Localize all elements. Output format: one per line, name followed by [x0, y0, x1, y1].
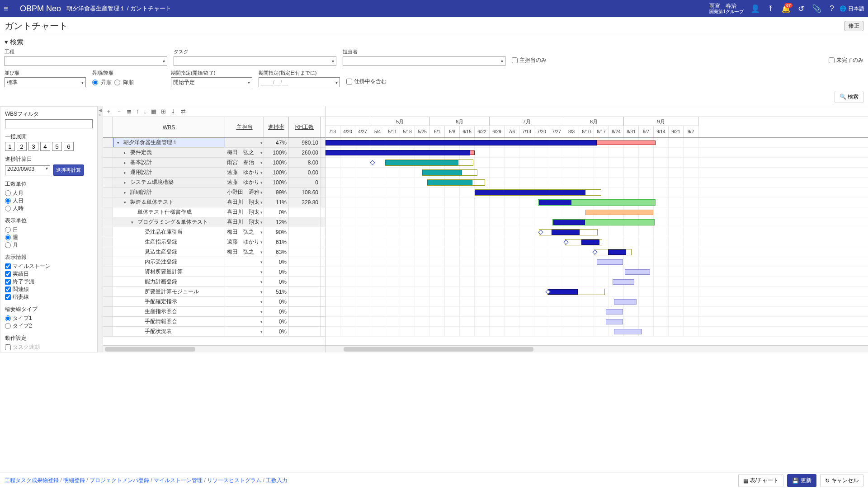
gantt-bar[interactable] — [539, 200, 571, 205]
gantt-bar[interactable] — [326, 140, 597, 145]
info-chk-1[interactable] — [5, 271, 11, 277]
table-row[interactable]: 所要量計算モジュール▾51% — [103, 287, 325, 297]
expand-level-5[interactable]: 5 — [52, 142, 62, 151]
gantt-bar[interactable] — [581, 239, 599, 245]
timeline-row[interactable] — [326, 257, 868, 267]
wbs-cell[interactable]: ▾プログラミング＆単体テスト — [113, 217, 225, 227]
wbs-cell[interactable]: ▸要件定義 — [113, 148, 225, 157]
table-row[interactable]: 内示受注登録▾0% — [103, 257, 325, 267]
add-row-icon[interactable]: ＋ — [106, 108, 112, 116]
dispunit-opt-2[interactable] — [5, 242, 11, 248]
search-button[interactable]: 🔍 検索 — [835, 91, 863, 103]
gantt-bar[interactable] — [608, 249, 626, 255]
table-row[interactable]: ▸詳細設計小野田 通雅▾99%108.60 — [103, 188, 325, 197]
primary-only-checkbox[interactable] — [512, 57, 518, 63]
row-toggle-icon[interactable]: ▾ — [117, 141, 122, 145]
chevron-down-icon[interactable]: ▾ — [260, 160, 263, 165]
assignee-cell[interactable]: 梅田 弘之▾ — [225, 247, 264, 257]
timeline-row[interactable] — [326, 168, 868, 178]
unit-opt-0[interactable] — [5, 190, 11, 196]
info-chk-4[interactable] — [5, 294, 11, 300]
assignee-cell[interactable]: ▾ — [225, 267, 264, 277]
attachment-icon[interactable]: 📎 — [809, 4, 824, 14]
remove-row-icon[interactable]: － — [116, 108, 122, 116]
gantt-bar[interactable] — [475, 190, 585, 195]
assignee-cell[interactable]: 喜田川 翔太▾ — [225, 217, 264, 227]
gantt-bar[interactable] — [385, 160, 458, 165]
assignee-cell[interactable]: 喜田川 翔太▾ — [225, 207, 264, 217]
move-down-icon[interactable]: ↓ — [144, 108, 147, 115]
gantt-bar[interactable] — [625, 269, 650, 275]
wbs-cell[interactable]: 生産指示照会 — [113, 307, 225, 316]
timeline-row[interactable] — [326, 188, 868, 197]
assignee-cell[interactable]: ▾ — [225, 327, 264, 336]
table-row[interactable]: ▾プログラミング＆単体テスト喜田川 翔太▾12% — [103, 217, 325, 227]
assignee-cell[interactable]: 雨宮 春治▾ — [225, 158, 264, 167]
timeline-scrollbar[interactable] — [326, 345, 868, 352]
header-assignee[interactable]: 主担当 — [225, 117, 264, 137]
header-progress[interactable]: 進捗率 — [264, 117, 289, 137]
expand-level-2[interactable]: 2 — [17, 142, 27, 151]
gantt-bar[interactable] — [614, 299, 637, 305]
expand-level-1[interactable]: 1 — [5, 142, 15, 151]
move-up-icon[interactable]: ↑ — [136, 108, 139, 115]
task-link-checkbox[interactable] — [5, 344, 11, 350]
table-row[interactable]: ▸システム環境構築遠藤 ゆかり▾100%0 — [103, 178, 325, 188]
wbs-cell[interactable]: 手配状況表 — [113, 327, 225, 336]
wbs-cell[interactable]: 手配確定指示 — [113, 297, 225, 306]
edit-button[interactable]: 修正 — [844, 21, 863, 31]
wbs-cell[interactable]: ▾製造＆単体テスト — [113, 197, 225, 207]
table-row[interactable]: ▾製造＆単体テスト喜田川 翔太▾11%329.80 — [103, 197, 325, 207]
chevron-down-icon[interactable]: ▾ — [260, 150, 263, 155]
gantt-bar[interactable] — [326, 150, 470, 155]
table-row[interactable]: 生産指示照会▾0% — [103, 307, 325, 317]
language-selector[interactable]: 🌐日本語 — [840, 5, 864, 13]
row-toggle-icon[interactable]: ▾ — [131, 220, 136, 225]
table-row[interactable]: ▸基本設計雨宮 春治▾100%8.00 — [103, 158, 325, 168]
table-row[interactable]: 見込生産登録梅田 弘之▾63% — [103, 247, 325, 257]
timeline-row[interactable] — [326, 217, 868, 227]
timeline-row[interactable] — [326, 207, 868, 217]
table-row[interactable]: 単体テスト仕様書作成喜田川 翔太▾0% — [103, 207, 325, 217]
table-row[interactable]: 受注品在庫引当梅田 弘之▾90% — [103, 227, 325, 237]
gantt-bar[interactable] — [606, 309, 623, 314]
assignee-cell[interactable]: ▾ — [225, 307, 264, 316]
account-icon[interactable]: 👤 — [747, 4, 763, 14]
wbs-filter-input[interactable] — [5, 119, 93, 128]
chevron-down-icon[interactable]: ▾ — [260, 310, 263, 314]
gantt-bar[interactable] — [422, 170, 462, 175]
expand-level-4[interactable]: 4 — [40, 142, 50, 151]
period-type-combo[interactable]: 開始予定 — [171, 77, 252, 87]
timeline-row[interactable] — [326, 178, 868, 188]
assignee-cell[interactable]: ▾ — [225, 277, 264, 286]
search-section-toggle[interactable]: ▾ 検索 — [5, 38, 863, 47]
timeline-row[interactable] — [326, 237, 868, 247]
wbs-cell[interactable]: 資材所要量計算 — [113, 267, 225, 277]
chevron-down-icon[interactable]: ▾ — [260, 300, 263, 304]
table-row[interactable]: ▸要件定義梅田 弘之▾100%260.00 — [103, 148, 325, 158]
assignee-cell[interactable]: ▾ — [225, 257, 264, 267]
chevron-down-icon[interactable]: ▾ — [260, 329, 263, 334]
assignee-cell[interactable]: 遠藤 ゆかり▾ — [225, 178, 264, 187]
help-icon[interactable]: ? — [824, 4, 840, 13]
table-row[interactable]: 手配情報照会▾0% — [103, 317, 325, 327]
chevron-down-icon[interactable]: ▾ — [260, 290, 263, 294]
gantt-bar[interactable] — [614, 329, 642, 334]
wbs-cell[interactable]: 能力計画登録 — [113, 277, 225, 286]
table-row[interactable]: ▾朝夕洋食器生産管理１▾47%980.10 — [103, 138, 325, 148]
order-asc-radio[interactable] — [92, 80, 98, 85]
row-toggle-icon[interactable]: ▸ — [124, 150, 128, 155]
assignee-cell[interactable]: 梅田 弘之▾ — [225, 227, 264, 237]
info-chk-3[interactable] — [5, 286, 11, 292]
progress-date-combo[interactable]: 2020/09/03 — [5, 165, 50, 175]
wbs-cell[interactable]: ▸基本設計 — [113, 158, 225, 167]
row-toggle-icon[interactable]: ▸ — [124, 170, 128, 175]
grid-view-icon[interactable]: ⊞ — [161, 108, 166, 115]
link-icon[interactable]: ⇄ — [181, 108, 186, 115]
unit-opt-2[interactable] — [5, 206, 11, 211]
timeline-row[interactable] — [326, 138, 868, 148]
include-wip-checkbox[interactable] — [346, 79, 352, 84]
assignee-cell[interactable]: ▾ — [225, 138, 264, 147]
table-row[interactable]: 手配状況表▾0% — [103, 327, 325, 337]
chevron-down-icon[interactable]: ▾ — [260, 240, 263, 244]
